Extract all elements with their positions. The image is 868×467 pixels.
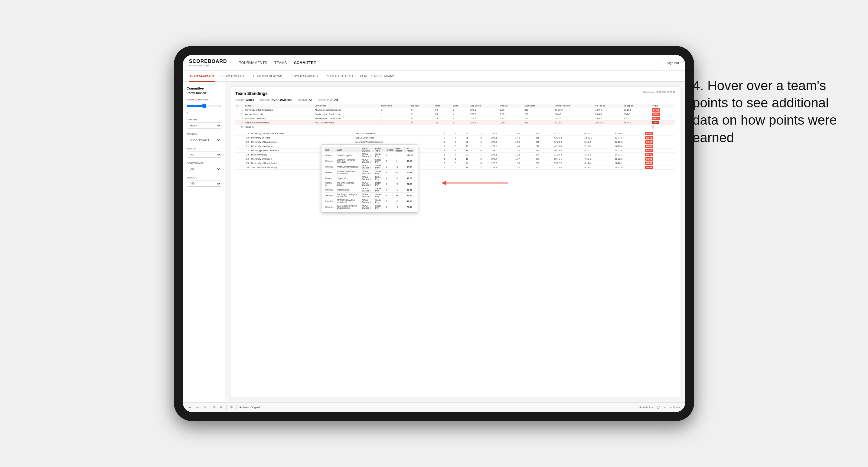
copy-button[interactable]: ⧉ [212,405,217,409]
cell-points[interactable]: 79.5 [651,121,675,125]
region-select[interactable]: N/A All [187,152,221,158]
conference-select[interactable]: (All) [187,166,221,172]
cell-adj-score: 272.3 [469,112,499,117]
cell-conf-rank: 5 [443,157,454,161]
cell-no-tour: 7 [454,153,465,157]
division-select[interactable]: NCAA Division I NCAA Division II [187,137,221,143]
watch-button[interactable]: 👁 Watch ▾ [639,406,653,409]
logo-area: SCOREBOARD Powered by clippd [189,59,227,67]
cell-school: Arizona State University [244,121,313,125]
sidebar-section-region: Region N/A All [187,147,221,158]
cell-points[interactable]: 58.54 [644,157,675,161]
cell-points[interactable]: 63.07 [644,131,675,136]
cell-rank: 22 [235,149,250,153]
tab-team-summary[interactable]: TEAM SUMMARY [189,71,215,82]
cell-rnds: 19 [434,117,452,121]
cell-conference: Atlantic Coast Conference [314,108,380,112]
filter-region: Region: All [298,98,312,101]
cell-rank: 20 [235,140,250,144]
tcol-rounds: Rounds [385,147,394,152]
cell-points[interactable]: 93.31 [651,112,675,117]
cell-points[interactable]: 68.48 [644,144,675,149]
gender-select[interactable]: Men's Women's [187,123,221,129]
cell-avg-sg: 1.32 [514,149,534,153]
cell-points[interactable]: 68.49 [644,140,675,144]
toolbar-view: 👁 View: Original [239,406,260,409]
main-nav: TOURNAMENTS TEAMS COMMITTEE [239,60,648,66]
tcell-rounds: 3 [385,170,394,176]
cell-low-score: 260 [523,112,554,117]
watch-label: Watch [643,406,651,409]
school-select[interactable]: (All) [187,181,221,187]
share-button[interactable]: ↗ Share [670,406,680,409]
filter-division: Division: NCAA Division I [260,98,292,101]
col-conference: Conference [314,104,380,108]
tcell-division: NCAA Division I [361,176,374,181]
cell-school: Vanderbilt University [244,117,313,121]
filter-division-value: NCAA Division I [272,98,292,101]
table-row: 2 Auburn University Southeastern Confere… [235,112,675,117]
cell-points[interactable]: 60.71 [644,153,675,157]
standings-table: # School Conference Conf Rank No Tour Rn… [235,104,675,129]
tcell-points: 74.01 [406,170,415,176]
info-button[interactable]: ⓘ [229,405,234,410]
cell-adj-score [469,125,499,129]
cell-points[interactable]: 63.41 [644,149,675,153]
tcol-event: Event [335,147,361,152]
expand-button[interactable]: ⤢ [663,406,666,409]
tab-team-h2h-heatmap[interactable]: TEAM H2H HEATMAP [252,71,284,82]
tcell-rounds: 3 [385,187,394,193]
tooltip-row: East Tee OFCC Fighting Illini Invitation… [324,198,415,204]
col-avg-sg: Avg. SG [499,104,523,108]
tcol-division: Event Division [361,147,374,152]
tab-player-h2h-heatmap[interactable]: PLAYER H2H HEATMAP [359,71,394,82]
table-row: 21 University of Alabama Southeastern Co… [235,144,675,149]
cell-conference [314,125,380,129]
rounds-slider[interactable] [187,102,221,110]
cell-points[interactable]: 58.94 [644,165,675,170]
cell-avg-sg: 2.86 [499,108,523,112]
tcell-event: Cabo Collegiate [335,152,361,158]
cell-wins: 0 [479,161,490,165]
nav-teams[interactable]: TEAMS [274,60,287,66]
undo-button[interactable]: ↩ [188,405,193,409]
cell-points[interactable]: 97.02 [651,108,675,112]
cell-points[interactable]: 90.32 [651,117,675,121]
refresh-button[interactable]: ↻ [202,405,207,409]
cell-points[interactable]: 68.70 [644,136,675,140]
cell-conf-rank: 4 [443,131,454,136]
nav-tournaments[interactable]: TOURNAMENTS [239,60,267,66]
nav-separator: | [657,61,658,65]
tcell-points: 30-13 [406,158,415,164]
paste-button[interactable]: ⊞ [219,405,224,409]
comment-button[interactable]: 💬 [657,406,660,409]
cell-avg-sg: 1.22 [514,165,534,170]
cell-avg-sg: 1.45 [514,144,534,149]
app-logo: SCOREBOARD [189,59,227,64]
cell-points[interactable]: 63.89 [644,161,675,165]
cell-rank: 5 [235,125,244,129]
tab-player-summary[interactable]: PLAYER SUMMARY [290,71,319,82]
col-vs25: Vs Top 25 [594,104,622,108]
cell-conference: Southeastern Conference [314,117,380,121]
nav-committee[interactable]: COMMITTEE [294,60,316,66]
tcell-points: 21.26 [406,181,415,187]
report-area: Team Standings Update time: 13/03/2024 1… [225,82,685,402]
cell-points[interactable] [651,125,675,129]
sign-out-button[interactable]: Sign out [667,61,679,65]
cell-low-score: 269 [523,117,554,121]
cell-conf-rank [380,125,410,129]
cell-overall: 97-23-2 [553,140,583,144]
tab-team-h2h-grid[interactable]: TEAM H2H GRID [221,71,246,82]
tab-player-h2h-grid[interactable]: PLAYER H2H GRID [325,71,353,82]
cell-rnds: 22 [434,121,452,125]
redo-button[interactable]: ↪ [195,405,200,409]
cell-wins: 1 [479,153,490,157]
tcell-rank-impact: +1 [394,164,406,170]
cell-conf-rank: 1 [380,108,410,112]
cell-low-score: 265 [534,140,553,144]
col-rank: # [235,104,244,108]
sidebar-section-conference: Conference (All) [187,162,221,172]
tcell-team: Florida I... [324,181,335,187]
tooltip-row: Univers... Amer Ari Intercollegiate NCAA… [324,164,415,170]
